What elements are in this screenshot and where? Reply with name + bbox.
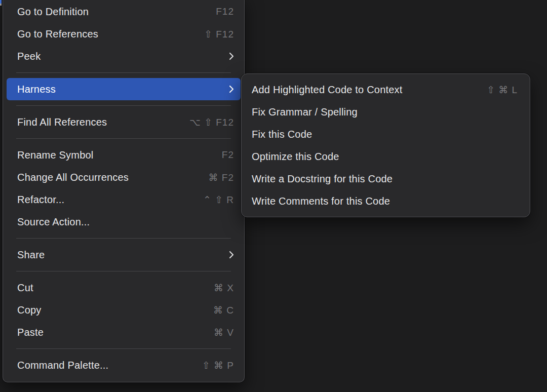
- menu-item-cut[interactable]: Cut ⌘ X: [7, 277, 241, 299]
- menu-item-label: Fix Grammar / Spelling: [252, 106, 518, 118]
- harness-submenu: Add Highlighted Code to Context ⇧ ⌘ L Fi…: [241, 73, 530, 217]
- menu-item-shortcut: ⌘ X: [214, 282, 234, 294]
- menu-item-peek[interactable]: Peek: [7, 45, 241, 67]
- menu-item-shortcut: F2: [222, 149, 234, 161]
- menu-item-rename-symbol[interactable]: Rename Symbol F2: [7, 144, 241, 166]
- menu-item-label: Copy: [17, 304, 201, 316]
- menu-separator: [16, 105, 231, 106]
- chevron-right-icon: [229, 85, 234, 93]
- menu-item-shortcut: F12: [216, 6, 234, 17]
- menu-item-label: Fix this Code: [252, 129, 518, 140]
- chevron-right-icon: [229, 52, 234, 60]
- submenu-item-add-highlighted-code-to-context[interactable]: Add Highlighted Code to Context ⇧ ⌘ L: [245, 79, 526, 101]
- menu-item-go-to-definition[interactable]: Go to Definition F12: [7, 1, 241, 23]
- menu-separator: [16, 348, 231, 349]
- menu-item-label: Go to References: [17, 28, 192, 40]
- menu-item-source-action[interactable]: Source Action...: [7, 211, 241, 233]
- menu-item-label: Change All Occurrences: [17, 172, 197, 183]
- menu-separator: [16, 72, 231, 73]
- menu-item-label: Share: [17, 249, 217, 261]
- menu-item-shortcut: ⌘ V: [214, 327, 234, 338]
- menu-item-label: Paste: [17, 327, 202, 338]
- menu-item-label: Rename Symbol: [17, 149, 210, 161]
- menu-item-share[interactable]: Share: [7, 244, 241, 266]
- menu-separator: [16, 271, 231, 271]
- menu-item-label: Find All References: [17, 116, 177, 128]
- menu-separator: [16, 138, 231, 139]
- menu-item-shortcut: ⌘ F2: [209, 172, 234, 183]
- menu-item-label: Peek: [17, 51, 217, 62]
- menu-item-harness[interactable]: Harness: [7, 78, 241, 100]
- submenu-item-write-comments[interactable]: Write Comments for this Code: [245, 190, 526, 212]
- menu-item-shortcut: ⌥ ⇧ F12: [189, 116, 234, 128]
- menu-item-go-to-references[interactable]: Go to References ⇧ F12: [7, 23, 241, 45]
- menu-item-label: Go to Definition: [17, 6, 204, 18]
- menu-item-change-all-occurrences[interactable]: Change All Occurrences ⌘ F2: [7, 166, 241, 188]
- menu-item-label: Command Palette...: [17, 360, 190, 371]
- menu-separator: [16, 238, 231, 239]
- menu-item-label: Write a Docstring for this Code: [252, 173, 518, 185]
- menu-item-label: Source Action...: [17, 216, 234, 228]
- menu-item-find-all-references[interactable]: Find All References ⌥ ⇧ F12: [7, 111, 241, 133]
- submenu-item-fix-this-code[interactable]: Fix this Code: [245, 123, 526, 145]
- menu-item-shortcut: ⇧ F12: [204, 28, 234, 40]
- context-menu: Go to Definition F12 Go to References ⇧ …: [3, 0, 245, 382]
- menu-item-shortcut: ⌘ C: [213, 304, 234, 316]
- screen-edge-artifact: [0, 0, 2, 6]
- menu-item-shortcut: ⌃ ⇧ R: [203, 194, 234, 206]
- menu-item-label: Refactor...: [17, 194, 191, 206]
- menu-item-paste[interactable]: Paste ⌘ V: [7, 321, 241, 343]
- menu-item-label: Write Comments for this Code: [252, 195, 518, 207]
- chevron-right-icon: [229, 251, 234, 259]
- menu-item-refactor[interactable]: Refactor... ⌃ ⇧ R: [7, 188, 241, 211]
- menu-item-command-palette[interactable]: Command Palette... ⇧ ⌘ P: [7, 354, 241, 376]
- menu-item-label: Harness: [17, 84, 217, 95]
- menu-item-shortcut: ⇧ ⌘ L: [487, 84, 518, 96]
- submenu-item-write-docstring[interactable]: Write a Docstring for this Code: [245, 168, 526, 190]
- menu-item-copy[interactable]: Copy ⌘ C: [7, 299, 241, 321]
- menu-item-shortcut: ⇧ ⌘ P: [202, 360, 234, 371]
- menu-item-label: Cut: [17, 282, 202, 294]
- submenu-item-optimize-this-code[interactable]: Optimize this Code: [245, 145, 526, 168]
- submenu-item-fix-grammar-spelling[interactable]: Fix Grammar / Spelling: [245, 101, 526, 123]
- menu-item-label: Optimize this Code: [252, 151, 518, 163]
- menu-item-label: Add Highlighted Code to Context: [252, 84, 475, 96]
